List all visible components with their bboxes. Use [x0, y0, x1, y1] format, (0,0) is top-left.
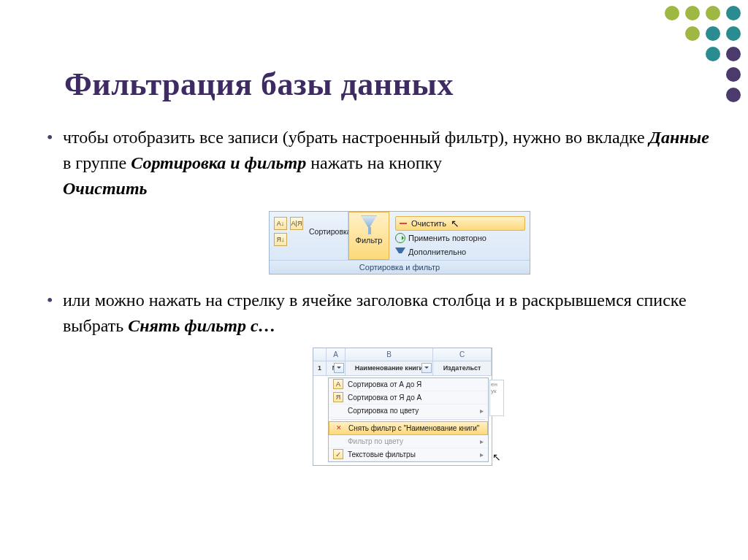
decorative-dots [665, 6, 742, 104]
bullet-list: чтобы отобразить все записи (убрать наст… [35, 125, 713, 201]
menu-separator [332, 419, 485, 420]
ribbon-group-caption: Сортировка и фильтр [270, 260, 530, 274]
reapply-filter-label: Применить повторно [408, 234, 486, 242]
reapply-filter-button[interactable]: Применить повторно [395, 233, 525, 243]
col-a-header[interactable]: A [327, 348, 346, 361]
sort-dialog-icon[interactable]: А|Я [290, 217, 303, 230]
cell-c1[interactable]: Издательст [433, 361, 492, 375]
clear-icon: ✕ [334, 423, 344, 433]
sort-block: А↓ А|Я Я↓ Сортировка [270, 212, 348, 260]
bullet-1: чтобы отобразить все записи (убрать наст… [42, 125, 713, 201]
filter-dropdown-icon[interactable] [421, 363, 432, 373]
menu-filter-by-color: Фильтр по цвету ▸ [329, 435, 488, 448]
advanced-filter-label: Дополнительно [408, 248, 466, 256]
filter-dropdown-menu: ен ук А Сортировка от А до Я Я Сортировк… [328, 377, 489, 462]
check-icon: ✓ [333, 449, 343, 459]
cursor-icon: ↖ [451, 218, 459, 229]
menu-sort-az[interactable]: А Сортировка от А до Я [329, 378, 488, 391]
menu-text-filters[interactable]: ✓ Текстовые фильтры ▸ [329, 448, 488, 461]
cell-a1[interactable]: № [327, 361, 346, 375]
col-b-header[interactable]: B [346, 348, 433, 361]
sort-button-label[interactable]: Сортировка [306, 227, 351, 236]
sort-za-icon: Я [333, 392, 343, 402]
bullet-2: или можно нажать на стрелку в ячейке заг… [42, 288, 713, 339]
menu-sort-za[interactable]: Я Сортировка от Я до А [329, 391, 488, 404]
submenu-arrow-icon: ▸ [480, 450, 484, 459]
advanced-filter-button[interactable]: Дополнительно [395, 245, 525, 258]
filter-button[interactable]: Фильтр [348, 212, 389, 260]
menu-sort-by-color[interactable]: Сортировка по цвету ▸ [329, 404, 488, 418]
col-c-header[interactable]: C [433, 348, 492, 361]
cell-b1[interactable]: Наименование книги [346, 361, 433, 375]
filter-button-label: Фильтр [352, 236, 386, 245]
sort-az-icon: А [333, 379, 343, 389]
slide-title: Фильтрация базы данных [64, 66, 713, 103]
submenu-arrow-icon: ▸ [480, 437, 484, 445]
row-number-1[interactable]: 1 [313, 361, 327, 375]
bullet-list-2: или можно нажать на стрелку в ячейке заг… [35, 288, 713, 339]
clear-filter-label: Очистить [411, 219, 446, 228]
filter-dropdown-icon[interactable] [334, 363, 344, 373]
reapply-icon [395, 233, 405, 243]
funnel-icon [359, 215, 378, 234]
clear-filter-button[interactable]: Очистить ↖ [395, 216, 525, 231]
submenu-arrow-icon: ▸ [480, 407, 484, 415]
column-header-row: A B C [313, 348, 492, 361]
ribbon-sort-filter-group: А↓ А|Я Я↓ Сортировка Фильтр Очистить ↖ П… [269, 211, 530, 275]
filter-dropdown-screenshot: A B C 1 № Наименование книги Издательст [313, 348, 492, 466]
advanced-icon [395, 248, 405, 258]
sort-za-icon[interactable]: Я↓ [274, 233, 287, 246]
select-all-corner[interactable] [313, 348, 327, 361]
clear-icon [398, 218, 408, 229]
truncated-cell-fragment: ен ук [489, 380, 504, 416]
menu-clear-filter[interactable]: ✕ Снять фильтр с "Наименование книги" [329, 421, 488, 435]
cursor-icon: ↖ [492, 451, 501, 463]
sort-az-icon[interactable]: А↓ [274, 217, 287, 230]
